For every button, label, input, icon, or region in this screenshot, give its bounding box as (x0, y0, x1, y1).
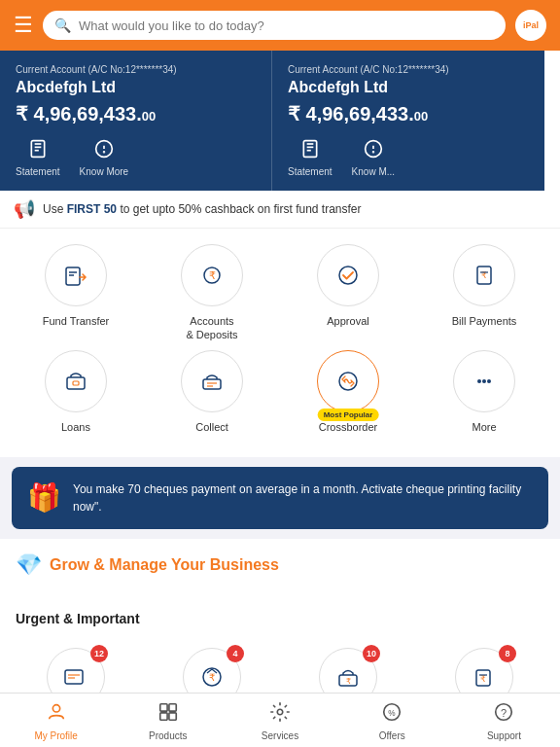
grow-header: 💎 Grow & Manage Your Business (16, 552, 544, 578)
nav-profile[interactable]: My Profile (0, 701, 112, 741)
loans-label: Loans (61, 420, 90, 434)
account-actions-1: Statement Know More (16, 139, 256, 177)
approval-label: Approval (327, 314, 368, 328)
inward-badge: 4 (227, 645, 244, 662)
loans-icon-circle (45, 350, 107, 412)
quick-actions: Fund Transfer ₹ Accounts& Deposits Appro… (0, 229, 560, 457)
statement-button-1[interactable]: Statement (16, 139, 60, 177)
nav-support-label: Support (487, 730, 521, 741)
svg-point-30 (482, 379, 486, 383)
nav-services[interactable]: Services (224, 701, 335, 741)
ipal-badge[interactable]: iPal (515, 10, 546, 41)
know-more-label-1: Know More (80, 166, 129, 177)
svg-point-13 (372, 152, 373, 153)
svg-rect-43 (160, 704, 167, 711)
know-more-button-2[interactable]: Know M... (352, 139, 395, 177)
approval-icon-circle (317, 244, 379, 306)
nav-services-label: Services (262, 730, 298, 741)
diamond-icon: 💎 (16, 552, 42, 578)
payments-badge: 8 (499, 645, 516, 662)
qa-approval[interactable]: Approval (295, 244, 402, 342)
cheque-text: You make 70 cheques payment on average i… (73, 480, 533, 516)
search-input[interactable] (79, 18, 494, 33)
fund-transfer-label: Fund Transfer (43, 314, 109, 328)
crossborder-label: Crossborder (319, 420, 378, 434)
qa-more[interactable]: More (431, 350, 538, 434)
qa-crossborder[interactable]: Most Popular Crossborder (295, 350, 402, 434)
search-bar[interactable]: 🔍 (43, 11, 506, 40)
services-icon (269, 701, 291, 728)
nav-offers[interactable]: % Offers (336, 701, 448, 741)
hamburger-menu[interactable]: ☰ (14, 13, 33, 38)
more-icon-circle (453, 350, 515, 412)
account-name-2: Abcdefgh Ltd (288, 79, 529, 96)
nav-support[interactable]: ? Support (448, 701, 560, 741)
account-card-2: Current Account (A/C No:12*******34) Abc… (272, 51, 544, 191)
know-more-icon-2 (364, 139, 383, 163)
svg-text:₹: ₹ (209, 672, 215, 683)
statement-icon-1 (28, 139, 48, 163)
svg-rect-44 (169, 704, 176, 711)
svg-rect-24 (73, 381, 79, 385)
svg-text:?: ? (501, 707, 507, 719)
products-icon (158, 701, 179, 728)
know-more-button-1[interactable]: Know More (80, 139, 129, 177)
statement-icon-2 (300, 139, 320, 163)
svg-point-42 (52, 705, 59, 712)
svg-rect-25 (203, 379, 221, 389)
svg-rect-14 (66, 267, 80, 285)
promo-banner: 📢 Use FIRST 50 to get upto 50% cashback … (0, 191, 560, 229)
account-amount-2: ₹ 4,96,69,433.00 (288, 102, 529, 125)
svg-rect-23 (67, 377, 85, 389)
qa-bill-payments[interactable]: ₹ Bill Payments (431, 244, 538, 342)
nav-products-label: Products (149, 730, 187, 741)
account-actions-2: Statement Know M... (288, 139, 529, 177)
qa-loans[interactable]: Loans (22, 350, 129, 434)
accounts-deposits-label: Accounts& Deposits (186, 314, 237, 342)
account-amount-1: ₹ 4,96,69,433.00 (16, 102, 256, 125)
loans-badge: 10 (363, 645, 380, 662)
know-more-icon-1 (94, 139, 114, 163)
qa-collect[interactable]: Collect (158, 350, 265, 434)
qa-accounts-deposits[interactable]: ₹ Accounts& Deposits (158, 244, 265, 342)
search-icon: 🔍 (54, 18, 71, 33)
promo-text: Use FIRST 50 to get upto 50% cashback on… (43, 202, 362, 216)
bottom-nav: My Profile Products Services % Offers ? … (0, 693, 560, 747)
accounts-section: Current Account (A/C No:12*******34) Abc… (0, 51, 560, 191)
svg-rect-32 (65, 670, 83, 684)
svg-text:₹: ₹ (209, 269, 216, 281)
svg-point-6 (103, 152, 104, 153)
grow-title: Grow & Manage Your Business (50, 556, 279, 574)
bill-payments-label: Bill Payments (452, 314, 517, 328)
account-label-2: Current Account (A/C No:12*******34) (288, 64, 529, 75)
popular-badge: Most Popular (318, 409, 379, 421)
profile-icon (46, 701, 67, 728)
app-header: ☰ 🔍 iPal (0, 0, 560, 51)
support-icon: ? (493, 701, 514, 728)
grow-section: 💎 Grow & Manage Your Business (0, 539, 560, 599)
svg-point-19 (339, 267, 357, 284)
svg-point-47 (277, 709, 283, 715)
qa-row-1: Fund Transfer ₹ Accounts& Deposits Appro… (8, 244, 552, 342)
statement-label-2: Statement (288, 166, 332, 177)
svg-rect-46 (169, 713, 176, 720)
svg-rect-45 (160, 713, 167, 720)
svg-point-31 (487, 379, 491, 383)
account-name-1: Abcdefgh Ltd (16, 79, 256, 96)
statement-button-2[interactable]: Statement (288, 139, 332, 177)
cheque-banner[interactable]: 🎁 You make 70 cheques payment on average… (12, 467, 548, 529)
promo-icon: 📢 (14, 198, 35, 220)
nav-offers-label: Offers (379, 730, 405, 741)
account-label-1: Current Account (A/C No:12*******34) (16, 64, 256, 75)
nav-products[interactable]: Products (112, 701, 224, 741)
more-label: More (472, 420, 496, 434)
svg-text:₹: ₹ (346, 677, 351, 686)
cheque-icon: 🎁 (27, 481, 61, 514)
qa-row-2: Loans Collect (8, 350, 552, 434)
bill-payments-icon-circle: ₹ (453, 244, 515, 306)
qa-fund-transfer[interactable]: Fund Transfer (22, 244, 129, 342)
svg-text:%: % (389, 709, 397, 718)
accounts-deposits-icon-circle: ₹ (181, 244, 243, 306)
urgent-title: Urgent & Important (0, 599, 560, 634)
crossborder-icon-circle: Most Popular (317, 350, 379, 412)
